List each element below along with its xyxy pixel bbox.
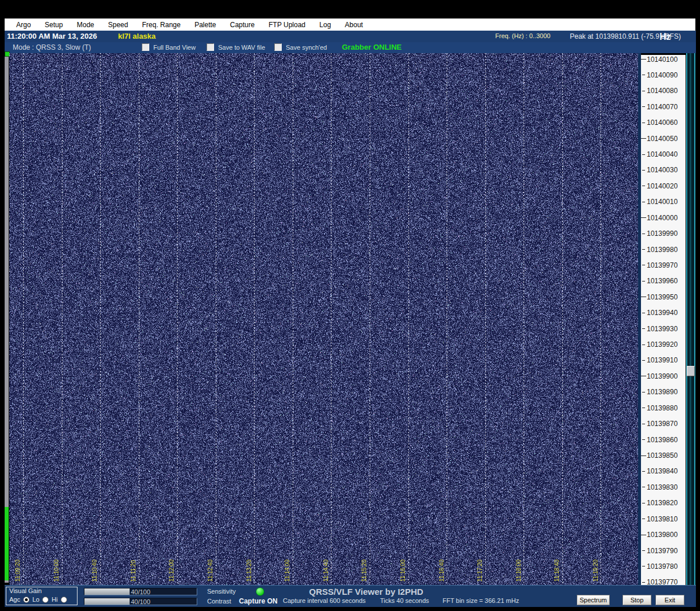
- freq-scale-label: 10139850: [641, 452, 677, 460]
- menu-log[interactable]: Log: [319, 21, 331, 29]
- lo-radio[interactable]: [42, 597, 49, 603]
- freq-scale-label: 10139950: [641, 293, 677, 301]
- menu-bar: ArgoSetupModeSpeedFreq. RangePaletteCapt…: [5, 18, 695, 31]
- tick-mark-icon: [642, 265, 645, 265]
- tick-mark-icon: [641, 456, 646, 456]
- full-band-view-checkbox[interactable]: Full Band View: [142, 43, 196, 51]
- tick-mark-icon: [641, 376, 646, 376]
- contrast-slider[interactable]: 40/100: [84, 598, 197, 605]
- tick-mark-icon: [642, 550, 645, 551]
- save-to-wav-checkbox[interactable]: Save to WAV file: [207, 43, 265, 51]
- freq-scale-label: 10140090: [641, 71, 677, 79]
- info-bar: 11:20:00 AM Mar 13, 2026 kl7l alaska Fre…: [5, 31, 696, 42]
- freq-scale-label: 10139960: [641, 277, 677, 285]
- tick-mark-icon: [641, 297, 646, 297]
- tick-mark-icon: [642, 487, 645, 487]
- time-label: 11:13:20: [246, 560, 252, 582]
- freq-scale-label: 10140000: [641, 214, 677, 221]
- tick-mark-icon: [642, 408, 645, 408]
- contrast-label: Contrast: [207, 598, 231, 605]
- freq-scale-label: 10139860: [641, 436, 677, 443]
- tick-mark-icon: [642, 154, 645, 155]
- freq-scale-label: 10140040: [641, 151, 677, 158]
- tick-mark-icon: [641, 535, 646, 535]
- freq-scale-label: 10140030: [641, 166, 677, 174]
- scale-unit-label: Hz: [660, 32, 671, 42]
- app-title: QRSS/VLF Viewer by I2PHD: [277, 587, 456, 597]
- menu-mode[interactable]: Mode: [77, 21, 94, 29]
- menu-argo[interactable]: Argo: [16, 21, 31, 29]
- spectrum-button[interactable]: Spectrum: [577, 595, 610, 605]
- tick-mark-icon: [641, 217, 646, 218]
- waterfall-area[interactable]: 11:09:2011:10:0011:10:4011:11:2011:12:00…: [9, 53, 638, 585]
- freq-scale-label: 10139980: [641, 246, 677, 253]
- freq-scale-label: 10139870: [641, 420, 677, 428]
- time-label: 11:14:40: [323, 560, 329, 582]
- time-label: 11:16:40: [439, 560, 445, 582]
- tick-mark-icon: [642, 313, 645, 313]
- checkbox-icon[interactable]: [207, 43, 214, 51]
- freq-scale-label: 10139940: [641, 309, 677, 317]
- tick-mark-icon: [642, 392, 645, 392]
- freq-scale-label: 10140060: [641, 119, 677, 127]
- mode-bar: Mode : QRSS 3, Slow (T) Full Band View S…: [5, 42, 696, 53]
- time-label: 11:16:00: [400, 560, 406, 582]
- menu-palette[interactable]: Palette: [194, 21, 216, 29]
- tick-mark-icon: [642, 424, 645, 424]
- tick-mark-icon: [642, 471, 645, 472]
- frequency-scrollbar[interactable]: [686, 53, 695, 585]
- menu-capture[interactable]: Capture: [230, 21, 255, 29]
- freq-range-readout: Freq. (Hz) : 0..3000: [495, 32, 550, 39]
- freq-scale-label: 10139880: [641, 404, 677, 412]
- visual-gain-radios: Agc Lo Hi: [9, 596, 67, 603]
- waterfall-canvas[interactable]: [9, 53, 638, 585]
- bottom-bar: Visual Gain Agc Lo Hi 40/100 40/100 Sens…: [5, 585, 696, 607]
- stop-button[interactable]: Stop: [622, 595, 651, 605]
- tick-mark-icon: [642, 345, 645, 345]
- sensitivity-slider[interactable]: 40/100: [84, 588, 197, 595]
- datetime-label: 11:20:00 AM Mar 13, 2026: [7, 32, 97, 40]
- checkbox-label: Save to WAV file: [218, 44, 265, 51]
- freq-scale: 1014010010140090101400801014007010140060…: [641, 55, 686, 585]
- time-label: 11:12:00: [168, 560, 175, 582]
- freq-scale-label: 10139780: [641, 562, 677, 570]
- menu-about[interactable]: About: [345, 21, 363, 29]
- radio-label-hi: Hi: [51, 596, 57, 603]
- time-label: 11:18:40: [554, 560, 560, 582]
- mode-label: Mode : QRSS 3, Slow (T): [13, 43, 91, 51]
- time-label: 11:11:20: [130, 560, 137, 582]
- time-label: 11:18:00: [515, 560, 522, 582]
- freq-scale-label: 10140010: [641, 198, 677, 206]
- visual-gain-title: Visual Gain: [9, 587, 42, 594]
- tick-mark-icon: [642, 75, 645, 75]
- freq-scale-label: 10139990: [641, 230, 677, 238]
- tick-mark-icon: [642, 281, 645, 282]
- freq-scale-label: 10139830: [641, 483, 677, 491]
- tick-mark-icon: [642, 234, 645, 234]
- freq-scale-label: 10139920: [641, 341, 677, 349]
- tick-mark-icon: [642, 328, 645, 329]
- visual-gain-group: Visual Gain Agc Lo Hi: [6, 587, 78, 605]
- checkbox-label: Full Band View: [153, 44, 196, 51]
- time-label: 11:12:40: [207, 560, 213, 582]
- save-synched-checkbox[interactable]: Save synch'ed: [274, 43, 327, 51]
- freq-scale-label: 10140080: [641, 87, 677, 95]
- capture-progress-fill: [5, 507, 9, 580]
- exit-button[interactable]: Exit: [655, 595, 684, 605]
- capture-status-label: Capture ON: [239, 597, 278, 605]
- freq-scale-label: 10139790: [641, 547, 677, 554]
- freq-scale-label: 10139770: [641, 579, 677, 585]
- checkbox-label: Save synch'ed: [286, 44, 327, 51]
- checkbox-icon[interactable]: [142, 43, 149, 51]
- sensitivity-label: Sensitivity: [207, 588, 236, 595]
- checkbox-icon[interactable]: [274, 43, 282, 51]
- scrollbar-thumb[interactable]: [687, 366, 695, 376]
- menu-setup[interactable]: Setup: [45, 21, 62, 29]
- menu-ftp-upload[interactable]: FTP Upload: [268, 21, 305, 29]
- menu-speed[interactable]: Speed: [108, 21, 128, 29]
- hi-radio[interactable]: [61, 597, 67, 603]
- agc-radio[interactable]: [23, 597, 30, 603]
- slider-value: 40/100: [84, 588, 197, 595]
- menu-freq-range[interactable]: Freq. Range: [142, 21, 180, 29]
- freq-scale-label: 10139910: [641, 357, 677, 364]
